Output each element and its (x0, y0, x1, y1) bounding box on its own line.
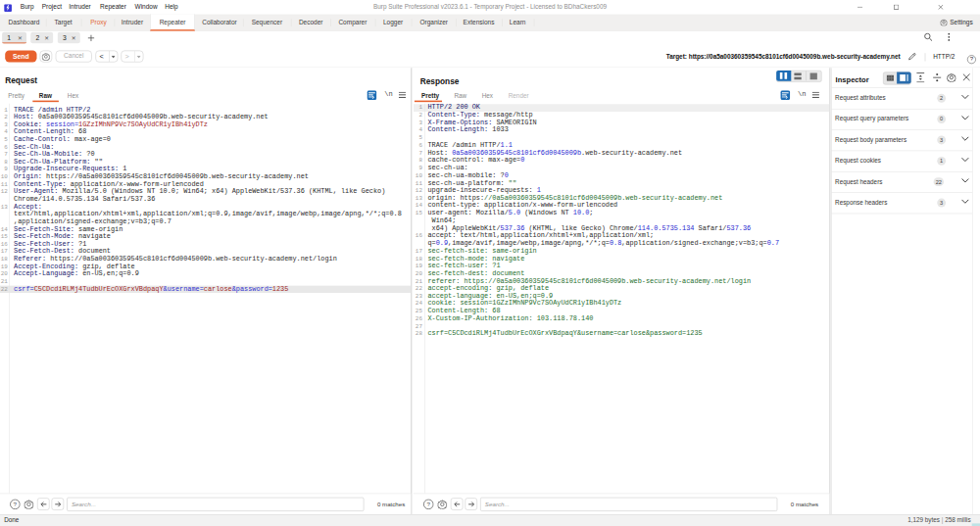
svg-text:?: ? (426, 501, 430, 507)
svg-text:?: ? (14, 501, 18, 507)
